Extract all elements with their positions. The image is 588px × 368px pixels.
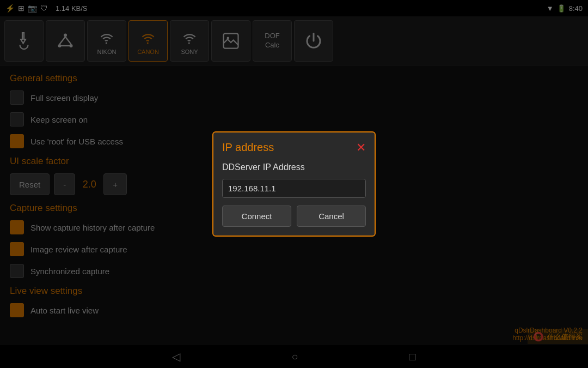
dialog-subtitle: DDServer IP Address <box>222 162 366 172</box>
dialog-close-button[interactable]: ✕ <box>356 142 366 154</box>
ip-address-input[interactable] <box>222 179 366 198</box>
connect-button[interactable]: Connect <box>222 206 291 227</box>
dialog-buttons: Connect Cancel <box>222 206 366 227</box>
dialog-title: IP address <box>222 141 274 154</box>
ip-dialog: IP address ✕ DDServer IP Address Connect… <box>212 131 376 237</box>
dialog-overlay: IP address ✕ DDServer IP Address Connect… <box>0 0 588 368</box>
cancel-button[interactable]: Cancel <box>297 206 366 227</box>
dialog-header: IP address ✕ <box>222 141 366 154</box>
